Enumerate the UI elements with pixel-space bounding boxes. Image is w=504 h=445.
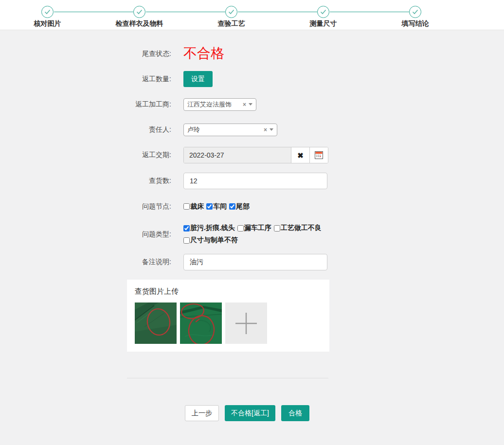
row-problem-types: 问题类型: 脏污.折痕.线头 漏车工序 工艺做工不良 尺寸与制单不符	[0, 224, 504, 245]
checkbox-problem-type[interactable]: 脏污.折痕.线头	[183, 224, 235, 232]
checkbox-input[interactable]	[229, 203, 235, 210]
step-label: 查验工艺	[185, 19, 277, 28]
final-status-label: 尾查状态:	[0, 50, 171, 58]
clear-date-button[interactable]: ✖	[291, 147, 309, 163]
checkbox-problem-node[interactable]: 尾部	[229, 202, 250, 211]
remark-input[interactable]	[183, 254, 327, 270]
check-icon	[136, 9, 143, 15]
row-rework-date: 返工交期: ✖	[0, 147, 504, 163]
check-qty-label: 查货数:	[0, 177, 171, 185]
fabric-photo-image	[180, 303, 222, 344]
previous-step-button[interactable]: 上一步	[185, 405, 219, 421]
checkbox-input[interactable]	[183, 225, 190, 231]
checkbox-input[interactable]	[274, 225, 280, 231]
footer-actions: 上一步 不合格[返工] 合格	[185, 405, 504, 421]
responsible-label: 责任人:	[0, 125, 171, 134]
chevron-down-icon[interactable]	[249, 103, 252, 106]
rework-supplier-value: 江西艾迩法服饰	[187, 100, 241, 109]
step-label: 测量尺寸	[277, 19, 369, 28]
pass-button[interactable]: 合格	[281, 405, 309, 421]
checkbox-label: 尾部	[236, 202, 250, 211]
inspection-photos-card: 查货图片上传	[127, 280, 329, 352]
row-final-status: 尾查状态: 不合格	[0, 46, 504, 62]
inspection-photo-2[interactable]	[180, 303, 222, 344]
final-status-value: 不合格	[183, 46, 224, 61]
step-check-circle	[409, 6, 421, 18]
rework-supplier-select[interactable]: 江西艾迩法服饰 ×	[183, 98, 256, 111]
checkbox-problem-node[interactable]: 车间	[206, 202, 227, 211]
step-label: 核对图片	[1, 19, 93, 28]
open-calendar-button[interactable]	[309, 147, 328, 163]
row-check-qty: 查货数:	[0, 173, 504, 189]
problem-nodes-label: 问题节点:	[0, 202, 171, 211]
step-inspect-craft: 查验工艺	[185, 0, 277, 30]
checkbox-label: 漏车工序	[244, 224, 271, 232]
problem-types-label: 问题类型:	[0, 230, 171, 239]
rework-date-group: ✖	[183, 147, 328, 163]
clear-icon[interactable]: ×	[264, 127, 267, 133]
remark-label: 备注说明:	[0, 258, 171, 267]
step-label: 检查样衣及物料	[93, 19, 185, 28]
checkbox-label: 裁床	[190, 202, 204, 211]
rework-date-label: 返工交期:	[0, 151, 171, 160]
plus-icon	[234, 312, 258, 335]
add-photo-button[interactable]	[225, 303, 267, 344]
fail-rework-button[interactable]: 不合格[返工]	[225, 405, 275, 421]
step-check-circle	[41, 6, 54, 18]
row-remark: 备注说明:	[0, 254, 504, 270]
step-verify-images: 核对图片	[1, 0, 93, 30]
calendar-icon	[315, 151, 323, 159]
inspection-photo-1[interactable]	[135, 303, 177, 344]
fabric-photo-image	[135, 303, 177, 344]
check-icon	[412, 9, 418, 15]
wizard-stepper: 核对图片 检查样衣及物料 查验工艺 测量尺寸 填写结论	[0, 0, 504, 30]
section-divider	[127, 378, 328, 378]
checkbox-problem-type[interactable]: 尺寸与制单不符	[183, 236, 238, 245]
rework-qty-label: 返工数量:	[0, 75, 171, 84]
checkbox-label: 脏污.折痕.线头	[190, 224, 235, 232]
upload-section-title: 查货图片上传	[135, 287, 322, 296]
checkbox-label: 尺寸与制单不符	[190, 236, 238, 245]
check-qty-input[interactable]	[183, 173, 327, 189]
step-check-circle	[317, 6, 329, 18]
checkbox-problem-node[interactable]: 裁床	[183, 202, 204, 211]
step-check-circle	[225, 6, 237, 18]
step-measure-size: 测量尺寸	[277, 0, 369, 30]
checkbox-label: 车间	[213, 202, 227, 211]
checkbox-input[interactable]	[183, 203, 190, 210]
chevron-down-icon[interactable]	[270, 128, 273, 131]
checkbox-input[interactable]	[237, 225, 244, 231]
rework-supplier-label: 返工加工商:	[0, 100, 171, 109]
close-icon: ✖	[297, 152, 304, 159]
conclusion-form: 尾查状态: 不合格 返工数量: 设置 返工加工商: 江西艾迩法服饰 × 责任人:…	[0, 30, 504, 421]
step-write-conclusion: 填写结论	[369, 0, 461, 30]
row-responsible: 责任人: 卢玲 ×	[0, 122, 504, 138]
check-icon	[228, 9, 234, 15]
check-icon	[320, 9, 326, 15]
checkbox-input[interactable]	[206, 203, 213, 210]
clear-icon[interactable]: ×	[243, 102, 246, 107]
check-icon	[44, 9, 51, 15]
rework-date-input[interactable]	[184, 147, 291, 163]
step-check-sample: 检查样衣及物料	[93, 0, 185, 30]
photo-thumbnails	[135, 303, 322, 344]
row-problem-nodes: 问题节点: 裁床 车间 尾部	[0, 198, 504, 214]
set-rework-qty-button[interactable]: 设置	[183, 71, 213, 87]
step-label: 填写结论	[369, 19, 461, 28]
checkbox-problem-type[interactable]: 工艺做工不良	[274, 224, 322, 232]
checkbox-input[interactable]	[183, 237, 190, 244]
row-rework-supplier: 返工加工商: 江西艾迩法服饰 ×	[0, 96, 504, 112]
row-rework-qty: 返工数量: 设置	[0, 71, 504, 87]
checkbox-problem-type[interactable]: 漏车工序	[237, 224, 271, 232]
checkbox-label: 工艺做工不良	[281, 224, 322, 232]
step-check-circle	[133, 6, 145, 18]
responsible-select[interactable]: 卢玲 ×	[183, 124, 277, 136]
responsible-value: 卢玲	[187, 125, 262, 134]
